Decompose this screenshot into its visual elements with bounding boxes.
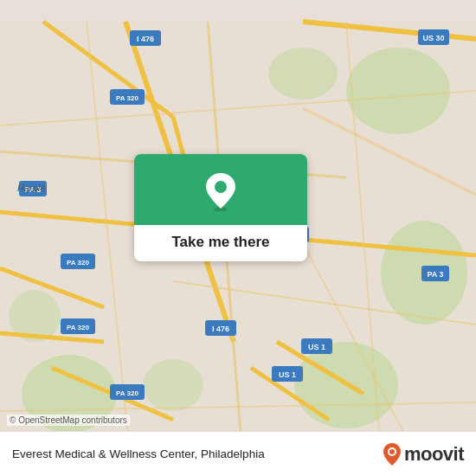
svg-text:I 476: I 476 (212, 325, 229, 333)
bottom-bar: Everest Medical & Wellness Center, Phila… (0, 431, 476, 476)
svg-text:PA 320: PA 320 (67, 259, 89, 267)
location-label: Everest Medical & Wellness Center, Phila… (12, 447, 383, 460)
take-me-there-button[interactable]: Take me there (148, 234, 293, 251)
svg-text:US 30: US 30 (422, 34, 444, 42)
svg-point-5 (268, 48, 338, 100)
svg-point-1 (346, 48, 450, 134)
card-bottom: Take me there (134, 225, 307, 261)
svg-text:PA 320: PA 320 (67, 324, 89, 331)
svg-text:PA 320: PA 320 (116, 389, 138, 397)
svg-text:US 1: US 1 (279, 370, 296, 379)
svg-text:Harple: Harple (17, 183, 45, 193)
svg-text:PA 3: PA 3 (427, 270, 443, 279)
svg-point-58 (389, 449, 395, 454)
svg-point-6 (143, 359, 203, 411)
location-pin-icon (203, 171, 238, 211)
svg-text:PA 320: PA 320 (116, 94, 138, 102)
card-top-green (134, 154, 307, 225)
take-me-there-card: Take me there (134, 154, 307, 261)
moovit-pin-icon (383, 442, 402, 466)
svg-text:I 476: I 476 (137, 35, 154, 43)
map-container: I 476 US 30 PA 320 PA 3 PA 3 PA 3 PA 320… (0, 0, 476, 476)
svg-text:US 1: US 1 (308, 343, 325, 351)
svg-point-56 (215, 181, 227, 193)
moovit-brand-text: moovit (404, 443, 464, 466)
moovit-logo: moovit (383, 442, 464, 466)
copyright-text: © OpenStreetMap contributors (7, 415, 130, 426)
